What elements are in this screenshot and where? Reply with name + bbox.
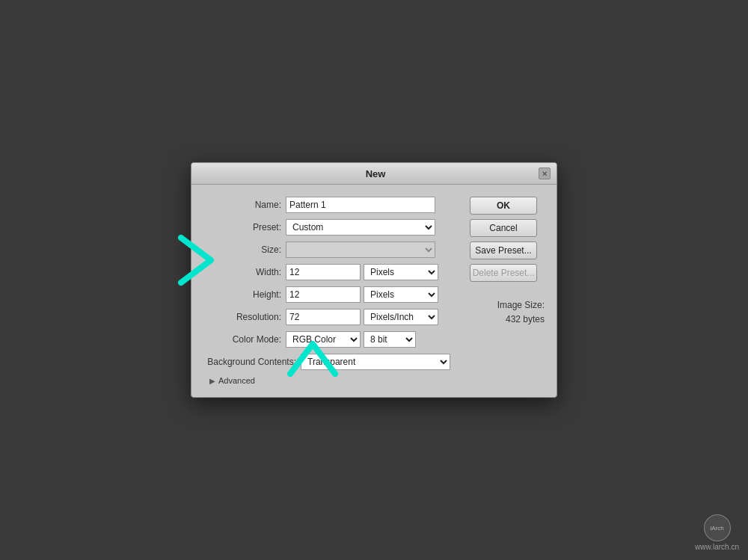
logo-icon: lArch [704, 514, 731, 541]
colormode-select[interactable]: RGB Color CMYK Color Grayscale [286, 331, 361, 348]
dialog-titlebar: New ✕ [191, 163, 557, 185]
advanced-icon: ▶ [209, 377, 215, 385]
name-row: Name: [203, 197, 461, 213]
image-size-label: Image Size: [470, 298, 545, 313]
dialog-title: New [212, 168, 539, 179]
width-label: Width: [203, 267, 286, 277]
preset-row: Preset: Custom Default Photoshop Size Le… [203, 219, 461, 236]
cancel-button[interactable]: Cancel [470, 219, 537, 237]
size-label: Size: [203, 244, 286, 255]
resolution-unit-select[interactable]: Pixels/Inch Pixels/cm [364, 309, 438, 325]
close-button[interactable]: ✕ [539, 167, 551, 179]
bgcontents-row: Background Contents: Transparent White B… [203, 354, 461, 370]
height-unit-select[interactable]: Pixels Inches cm mm [364, 286, 438, 303]
resolution-label: Resolution: [203, 312, 286, 322]
resolution-row: Resolution: Pixels/Inch Pixels/cm [203, 309, 461, 325]
delete-preset-button[interactable]: Delete Preset... [470, 264, 537, 282]
bgcontents-label: Background Contents: [203, 357, 301, 367]
size-select[interactable] [286, 241, 435, 258]
height-label: Height: [203, 289, 286, 300]
new-document-dialog: New ✕ Name: Preset: Custom Default Photo… [191, 162, 557, 398]
name-input[interactable] [286, 197, 435, 213]
width-unit-select[interactable]: Pixels Inches cm mm [364, 264, 438, 280]
colormode-row: Color Mode: RGB Color CMYK Color Graysca… [203, 331, 461, 348]
dialog-body: Name: Preset: Custom Default Photoshop S… [191, 185, 557, 397]
advanced-toggle[interactable]: ▶ Advanced [209, 376, 255, 385]
height-row: Height: Pixels Inches cm mm [203, 286, 461, 303]
watermark-text: www.larch.cn [695, 543, 739, 551]
colorbit-select[interactable]: 8 bit 16 bit 32 bit [364, 331, 416, 348]
preset-label: Preset: [203, 222, 286, 233]
resolution-input[interactable] [286, 309, 361, 325]
image-size-value: 432 bytes [470, 313, 545, 327]
size-row: Size: [203, 241, 461, 258]
save-preset-button[interactable]: Save Preset... [470, 241, 537, 259]
width-row: Width: Pixels Inches cm mm [203, 264, 461, 280]
ok-button[interactable]: OK [470, 197, 537, 215]
image-size-area: Image Size: 432 bytes [470, 298, 545, 327]
watermark: lArch www.larch.cn [695, 514, 739, 551]
advanced-row: ▶ Advanced [203, 376, 461, 385]
colormode-label: Color Mode: [203, 334, 286, 345]
height-input[interactable] [286, 286, 361, 303]
width-input[interactable] [286, 264, 361, 280]
buttons-area: OK Cancel Save Preset... Delete Preset..… [470, 197, 545, 385]
advanced-label: Advanced [218, 376, 255, 385]
form-area: Name: Preset: Custom Default Photoshop S… [203, 197, 461, 385]
name-label: Name: [203, 200, 286, 210]
preset-select[interactable]: Custom Default Photoshop Size Letter Leg… [286, 219, 435, 236]
bgcontents-select[interactable]: Transparent White Background Color [301, 354, 450, 370]
